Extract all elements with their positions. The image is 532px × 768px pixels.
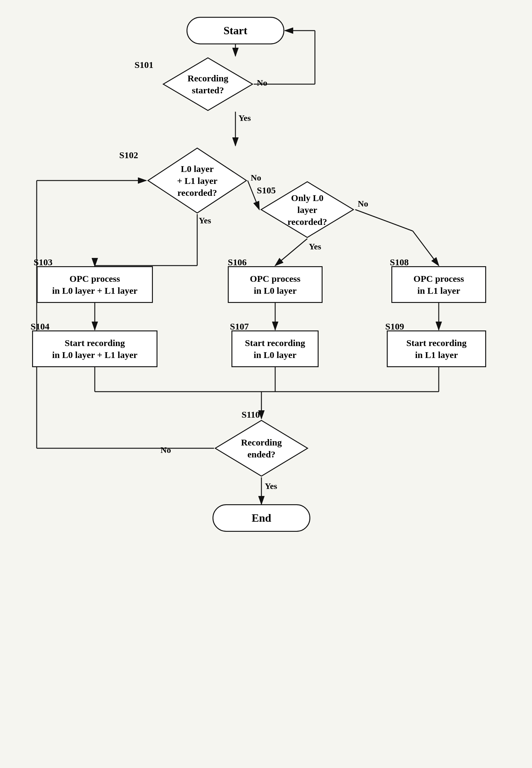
box-s104: Start recordingin L0 layer + L1 layer: [32, 331, 157, 367]
decision-s110: Recordingended?: [214, 419, 309, 477]
yes-s102-label: Yes: [199, 216, 211, 226]
svg-line-12: [275, 239, 307, 266]
svg-line-11: [413, 231, 439, 266]
s107-label: S107: [230, 321, 249, 332]
box-s107: Start recordingin L0 layer: [231, 331, 319, 367]
yes-s101-label: Yes: [238, 113, 251, 123]
decision-s101: Recordingstarted?: [162, 57, 254, 112]
yes-s105-label: Yes: [309, 242, 321, 252]
decision-s102-label: L0 layer+ L1 layerrecorded?: [177, 163, 217, 199]
decision-s102: L0 layer+ L1 layerrecorded?: [147, 147, 248, 214]
box-s103: OPC processin L0 layer + L1 layer: [37, 266, 153, 303]
s104-label: S104: [31, 321, 50, 332]
no-s110-label: No: [161, 445, 171, 455]
box-s107-label: Start recordingin L0 layer: [245, 337, 305, 361]
end-shape: End: [212, 504, 310, 532]
no-s101-label: No: [257, 78, 267, 88]
end-label: End: [252, 511, 271, 524]
decision-s110-label: Recordingended?: [241, 436, 282, 460]
svg-line-10: [355, 210, 413, 231]
box-s108-label: OPC processin L1 layer: [413, 273, 464, 297]
box-s104-label: Start recordingin L0 layer + L1 layer: [52, 337, 137, 361]
box-s109-label: Start recordingin L1 layer: [406, 337, 467, 361]
s110-label: S110: [242, 409, 260, 420]
flowchart: Start S101 Recordingstarted? No Yes S102…: [0, 0, 532, 768]
box-s106: OPC processin L0 layer: [228, 266, 323, 303]
start-label: Start: [224, 24, 247, 37]
s103-label: S103: [34, 257, 53, 268]
no-s105-label: No: [358, 199, 368, 209]
s109-label: S109: [385, 321, 404, 332]
arrows-svg: [0, 0, 532, 768]
box-s109: Start recordingin L1 layer: [387, 331, 486, 367]
box-s103-label: OPC processin L0 layer + L1 layer: [52, 273, 137, 297]
s101-label: S101: [135, 60, 153, 70]
decision-s101-label: Recordingstarted?: [187, 72, 228, 96]
box-s108: OPC processin L1 layer: [391, 266, 486, 303]
decision-s105: Only L0 layerrecorded?: [260, 180, 355, 239]
decision-s105-label: Only L0 layerrecorded?: [284, 192, 331, 228]
s106-label: S106: [228, 257, 247, 268]
s108-label: S108: [390, 257, 409, 268]
start-shape: Start: [187, 17, 284, 44]
s102-label: S102: [119, 150, 138, 160]
box-s106-label: OPC processin L0 layer: [250, 273, 300, 297]
yes-s110-label: Yes: [265, 481, 277, 491]
